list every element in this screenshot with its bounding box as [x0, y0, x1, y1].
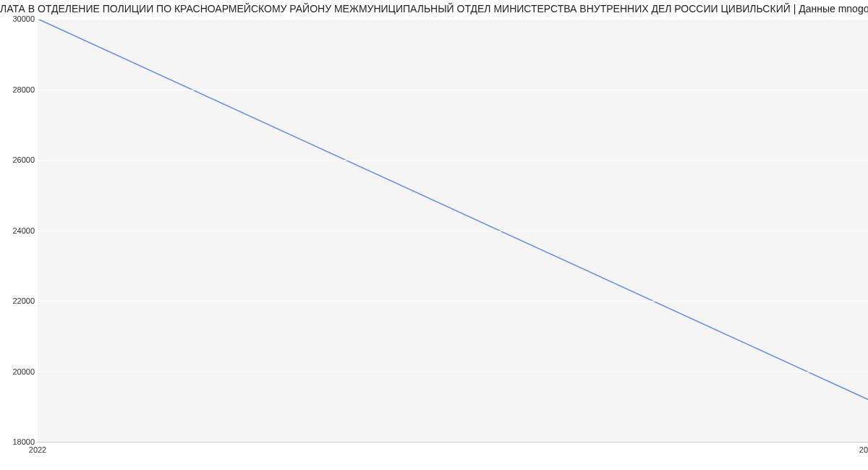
series-line: [38, 19, 868, 400]
grid-line: [38, 90, 868, 90]
grid-line: [38, 160, 868, 161]
grid-line: [38, 372, 868, 372]
grid-line: [38, 301, 868, 302]
x-tick-label: 2022: [29, 445, 46, 454]
x-tick-label: 2024: [859, 445, 868, 454]
plot-container: 1800020000220002400026000280003000020222…: [0, 19, 868, 467]
grid-line: [38, 231, 868, 231]
plot-area: [38, 19, 868, 443]
chart-title: ЛАТА В ОТДЕЛЕНИЕ ПОЛИЦИИ ПО КРАСНОАРМЕЙС…: [0, 3, 868, 14]
y-tick-label: 20000: [0, 367, 35, 376]
grid-line: [38, 19, 868, 20]
y-tick-label: 24000: [0, 226, 35, 235]
y-tick-label: 30000: [0, 14, 35, 23]
y-tick-label: 28000: [0, 85, 35, 94]
y-tick-label: 22000: [0, 296, 35, 305]
y-tick-label: 26000: [0, 155, 35, 164]
